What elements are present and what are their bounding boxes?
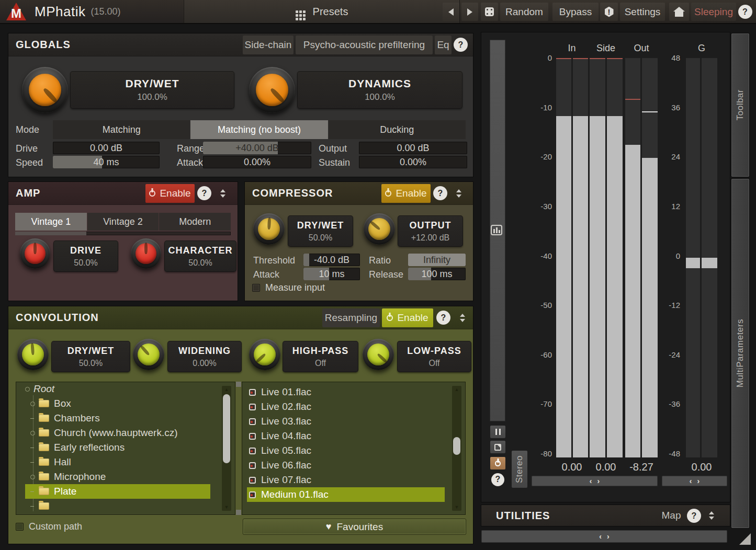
pause-button[interactable]: [490, 426, 505, 438]
dynamics-knob[interactable]: [249, 67, 295, 113]
settings-button[interactable]: Settings: [620, 3, 665, 21]
convolution-collapse-button[interactable]: [456, 310, 469, 326]
next-preset-button[interactable]: [461, 3, 478, 21]
map-button[interactable]: Map: [658, 507, 684, 524]
scroll-up-icon[interactable]: ▲: [222, 387, 231, 392]
side-chain-button[interactable]: Side-chain: [243, 36, 294, 54]
tree-item[interactable]: Church (www.hauptwerk.cz): [25, 426, 210, 440]
random-button[interactable]: Random: [500, 3, 548, 21]
tree-root-item[interactable]: Root: [25, 382, 210, 396]
meter-help-button[interactable]: ?: [490, 473, 505, 486]
psycho-acoustic-prefiltering-button[interactable]: Psycho-acoustic prefiltering: [296, 36, 433, 54]
bar-graph-icon[interactable]: [491, 225, 502, 235]
list-splitter-handle[interactable]: [236, 510, 241, 515]
scroll-down-icon[interactable]: ▼: [452, 505, 461, 510]
compressor-help-button[interactable]: ?: [433, 186, 447, 200]
list-splitter-handle[interactable]: [236, 382, 241, 387]
widening-plate[interactable]: WIDENING 0.00%: [167, 341, 242, 372]
bypass-button[interactable]: Bypass: [552, 3, 599, 21]
presets-button[interactable]: Presets: [184, 0, 460, 23]
globals-help-button[interactable]: ?: [454, 38, 468, 52]
tree-item[interactable]: Early reflections: [25, 440, 210, 455]
dry-wet-plate[interactable]: DRY/WET 100.0%: [70, 71, 234, 109]
tree-item[interactable]: Microphone: [25, 469, 210, 484]
home-button[interactable]: [669, 3, 689, 21]
tree-node-icon[interactable]: [30, 506, 39, 507]
high-pass-plate[interactable]: HIGH-PASS Off: [283, 341, 358, 372]
file-item[interactable]: Live 05.flac: [247, 443, 445, 458]
measure-input-checkbox[interactable]: Measure input: [252, 282, 325, 293]
meter-range-scrollbar[interactable]: ‹›: [532, 476, 658, 486]
amp-collapse-button[interactable]: [217, 185, 229, 202]
tree-node-icon[interactable]: [30, 475, 39, 479]
amp-drive-knob[interactable]: [20, 238, 50, 269]
ratio-field[interactable]: Infinity: [408, 254, 466, 266]
output-field[interactable]: 0.00 dB: [359, 142, 467, 154]
drive-field[interactable]: 0.00 dB: [53, 142, 160, 154]
help-button[interactable]: ?: [737, 3, 753, 21]
convolution-enable-button[interactable]: Enable: [382, 308, 433, 327]
tree-scrollbar[interactable]: ▲ ▼: [222, 386, 231, 511]
tab-vintage-1[interactable]: Vintage 1: [15, 213, 87, 231]
tree-item[interactable]: Plate: [25, 484, 210, 499]
dry-wet-knob[interactable]: [22, 67, 68, 113]
sustain-field[interactable]: 0.00%: [359, 156, 467, 168]
utilities-collapse-button[interactable]: [705, 507, 718, 524]
tree-item[interactable]: Hall: [25, 455, 210, 469]
previous-preset-button[interactable]: [443, 3, 459, 21]
low-pass-plate[interactable]: LOW-PASS Off: [397, 341, 471, 372]
randomize-dice-button[interactable]: [481, 3, 498, 21]
file-item[interactable]: Live 01.flac: [247, 385, 445, 399]
scroll-down-icon[interactable]: ▼: [222, 505, 231, 510]
compressor-enable-button[interactable]: Enable: [381, 184, 431, 203]
compressor-dry-wet-knob[interactable]: [253, 213, 285, 245]
tree-item[interactable]: Box: [25, 396, 210, 411]
amp-character-plate[interactable]: CHARACTER 50.0%: [164, 240, 236, 272]
tab-modern[interactable]: Modern: [159, 213, 231, 231]
threshold-field[interactable]: -40.0 dB: [303, 254, 360, 266]
file-scrollbar[interactable]: ▲ ▼: [452, 386, 461, 511]
compressor-output-plate[interactable]: OUTPUT +12.00 dB: [398, 215, 463, 247]
convolution-help-button[interactable]: ?: [436, 311, 450, 325]
tree-node-icon[interactable]: [30, 431, 39, 436]
scroll-up-icon[interactable]: ▲: [452, 387, 461, 392]
low-pass-knob[interactable]: [363, 339, 394, 370]
file-item[interactable]: Medium 01.flac: [247, 487, 445, 502]
utilities-help-button[interactable]: ?: [687, 509, 701, 523]
range-field[interactable]: +40.00 dB: [203, 142, 311, 154]
file-item[interactable]: Live 02.flac: [247, 399, 445, 414]
tree-node-icon[interactable]: [30, 418, 39, 419]
widening-knob[interactable]: [133, 339, 164, 370]
multiparameters-collapsed-panel[interactable]: MultiParameters: [731, 179, 749, 528]
file-item[interactable]: Live 06.flac: [247, 458, 445, 473]
file-item[interactable]: Live 04.flac: [247, 429, 445, 443]
compressor-dry-wet-plate[interactable]: DRY/WET 50.0%: [288, 215, 353, 247]
tree-scroll-thumb[interactable]: [223, 394, 230, 463]
popout-button[interactable]: [490, 441, 505, 453]
toolbar-collapsed-panel[interactable]: Toolbar: [731, 33, 749, 177]
compressor-output-knob[interactable]: [364, 213, 395, 245]
high-pass-knob[interactable]: [249, 339, 280, 370]
eq-button[interactable]: Eq: [435, 36, 452, 54]
mode-ducking[interactable]: Ducking: [329, 120, 466, 139]
gain-range-scrollbar[interactable]: ‹›: [662, 476, 727, 486]
stereo-mode-button[interactable]: Stereo: [512, 451, 527, 488]
amp-character-knob[interactable]: [131, 238, 161, 269]
alert-button[interactable]: !: [600, 3, 618, 21]
mode-matching[interactable]: Matching: [53, 120, 190, 139]
file-scroll-thumb[interactable]: [453, 437, 460, 455]
amp-enable-button[interactable]: Enable: [145, 184, 195, 203]
tree-node-icon[interactable]: [30, 448, 39, 448]
utilities-scrollbar[interactable]: ‹›: [481, 530, 727, 543]
tree-node-icon[interactable]: [30, 491, 39, 492]
attack-field[interactable]: 0.00%: [203, 156, 311, 168]
resampling-button[interactable]: Resampling: [322, 308, 380, 327]
file-item[interactable]: Live 03.flac: [247, 414, 445, 429]
meter-zoom-slider[interactable]: [490, 40, 505, 421]
comp-attack-field[interactable]: 10 ms: [303, 268, 360, 280]
file-item[interactable]: Live 07.flac: [247, 473, 445, 487]
conv-dry-wet-knob[interactable]: [17, 339, 49, 370]
meter-power-button[interactable]: [490, 457, 505, 469]
tree-node-icon[interactable]: [30, 462, 39, 463]
mode-matching-no-boost[interactable]: Matching (no boost): [190, 120, 328, 139]
